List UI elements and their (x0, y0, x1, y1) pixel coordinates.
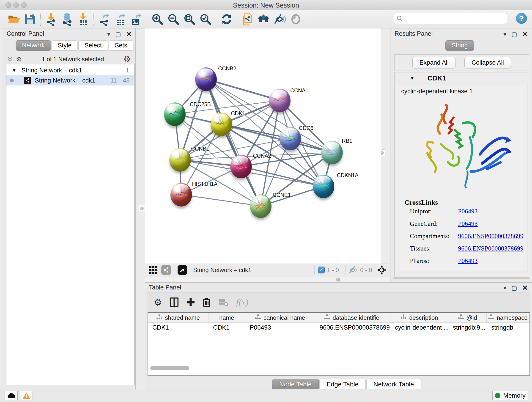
column-header-canonical-name[interactable]: canonical name (245, 313, 315, 322)
crosslinks-list: Uniprot:P06493GeneCard:P06493Compartment… (396, 208, 527, 264)
show-columns-icon[interactable] (170, 298, 178, 307)
network-row-selected[interactable]: String Network – cdk1 11 48 (6, 75, 134, 85)
tab-network-table[interactable]: Network Table (366, 379, 421, 390)
tab-node-table[interactable]: Node Table (272, 379, 319, 390)
import-table-from-file-icon[interactable] (75, 12, 91, 27)
tab-style[interactable]: Style (51, 40, 78, 51)
column-header-shared-name[interactable]: shared name (148, 313, 209, 322)
horizontal-splitter[interactable] (145, 277, 390, 282)
network-node-rb1[interactable] (321, 141, 343, 164)
network-collection-row[interactable]: ▼ String Network – cdk1 1 (6, 65, 134, 75)
delete-column-icon[interactable] (203, 298, 210, 307)
crosslink-link[interactable]: P06493 (458, 208, 478, 215)
collapse-all-button[interactable]: Collapse All (464, 57, 511, 68)
zoom-selected-icon[interactable] (197, 12, 214, 27)
panel-float-icon[interactable]: ▢ (511, 285, 517, 291)
window-title: Session: New Session (0, 2, 532, 9)
horizontal-splitter-handle[interactable] (336, 278, 340, 281)
column-header-namespace[interactable]: namespace (487, 313, 529, 322)
import-network-from-file-icon[interactable] (43, 12, 59, 27)
import-network-from-database-icon[interactable] (59, 12, 75, 27)
column-label: namespace (497, 314, 527, 321)
title-bar: Session: New Session (0, 0, 532, 10)
save-session-icon[interactable] (22, 12, 38, 27)
left-splitter-handle[interactable] (139, 205, 145, 212)
show-all-icon[interactable] (288, 12, 304, 27)
column-header-id[interactable]: @id (448, 313, 487, 322)
network-node-cdk1[interactable] (210, 113, 232, 136)
panel-close-icon[interactable]: ✕ (126, 31, 132, 38)
crosslink-link[interactable]: 9606.ENSP00000378699 (458, 245, 523, 252)
search-input[interactable] (405, 15, 507, 22)
network-canvas[interactable]: CCNB2CCNA1CDC25BCDK1CDC6RB1CCNB1CCNA2CDK… (145, 28, 381, 264)
zoom-out-icon[interactable] (165, 12, 181, 27)
section-collapse-icon[interactable]: ▼ (410, 75, 415, 81)
pan-tool-icon[interactable] (377, 265, 387, 275)
first-neighbors-icon[interactable] (256, 12, 272, 27)
panel-float-icon[interactable]: ▢ (511, 31, 517, 37)
crosslink-link[interactable]: P06493 (458, 220, 478, 227)
panel-float-icon[interactable]: ▢ (115, 31, 121, 37)
column-label: database identifier (333, 314, 381, 321)
network-node-cdc25b[interactable] (164, 102, 186, 126)
hide-selected-icon[interactable] (272, 12, 288, 27)
network-node-cdc6[interactable] (279, 127, 301, 150)
export-network-icon[interactable] (96, 12, 112, 27)
expand-all-icon[interactable] (15, 56, 22, 63)
expand-all-button[interactable]: Expand All (412, 57, 456, 68)
panel-close-icon[interactable]: ✕ (522, 31, 528, 38)
network-node-hist1h1a[interactable] (171, 183, 192, 206)
column-header-description[interactable]: description (390, 313, 448, 322)
memory-button[interactable]: Memory (492, 391, 528, 400)
tab-select[interactable]: Select (78, 40, 108, 51)
selected-indicator-checkbox[interactable]: ✓ (318, 267, 325, 274)
network-node-ccne1[interactable] (250, 194, 272, 218)
search-icon (397, 15, 403, 21)
help-icon[interactable]: ? (516, 13, 527, 24)
warnings-button[interactable] (20, 391, 33, 400)
crosslink-link[interactable]: P06493 (458, 257, 478, 264)
zoom-in-icon[interactable] (149, 12, 165, 27)
tab-string[interactable]: String (445, 40, 474, 51)
export-image-icon[interactable] (128, 12, 144, 27)
tab-sets[interactable]: Sets (109, 40, 133, 51)
column-header-database-identifier[interactable]: database identifier (315, 313, 390, 322)
network-node-ccnb2[interactable] (195, 67, 217, 91)
panel-menu-icon[interactable]: ▾ (503, 31, 506, 37)
export-table-icon[interactable] (112, 12, 128, 27)
left-splitter[interactable] (136, 28, 145, 282)
crosslink-link[interactable]: 9606.ENSP00000378699 (458, 232, 523, 240)
table-row[interactable]: CDK1CDK1P064939606.ENSP00000378699cyclin… (148, 323, 530, 332)
collapse-all-icon[interactable] (7, 56, 13, 63)
protein-section-header[interactable]: ▼ CDK1 (394, 72, 529, 84)
open-session-icon[interactable] (6, 12, 22, 27)
open-in-window-icon[interactable] (177, 265, 187, 275)
table-settings-gear-icon[interactable]: ⚙ (154, 297, 162, 307)
cloud-icon (7, 393, 15, 398)
tab-edge-table[interactable]: Edge Table (319, 379, 366, 390)
zoom-fit-icon[interactable] (181, 12, 197, 27)
network-node-ccna2[interactable] (230, 155, 252, 178)
network-node-ccnb1[interactable] (169, 148, 191, 172)
column-attribute-icon (324, 314, 330, 321)
network-node-ccna1[interactable] (269, 89, 291, 112)
cloud-button[interactable] (5, 391, 18, 400)
column-attribute-icon (156, 314, 162, 321)
share-view-icon[interactable] (161, 265, 171, 275)
tree-collapse-icon[interactable]: ▼ (12, 68, 17, 73)
search-field[interactable] (394, 13, 507, 24)
panel-close-icon[interactable]: ✕ (522, 284, 528, 291)
column-label: name (219, 314, 234, 321)
tab-network[interactable]: Network (16, 40, 51, 51)
add-column-icon[interactable] (186, 298, 195, 307)
gear-icon[interactable]: ⚙ (123, 54, 131, 64)
column-header-name[interactable]: name (209, 313, 245, 322)
refresh-icon[interactable] (219, 12, 234, 27)
horizontal-scrollbar-thumb[interactable] (150, 366, 189, 370)
panel-menu-icon[interactable]: ▾ (503, 285, 506, 291)
network-view-title: String Network – cdk1 (193, 267, 311, 274)
grid-view-icon[interactable] (149, 265, 158, 274)
clone-network-icon[interactable] (240, 12, 256, 27)
panel-menu-icon[interactable]: ▾ (107, 31, 110, 37)
network-node-cdkn1a[interactable] (313, 175, 334, 198)
